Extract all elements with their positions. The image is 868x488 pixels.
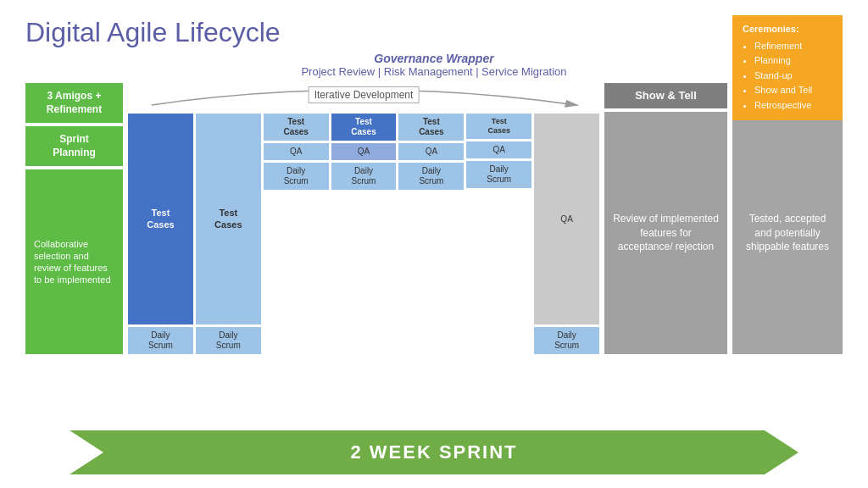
ceremonies-title: Ceremonies: — [743, 22, 832, 37]
daily-cell-2: DailyScrum — [196, 327, 261, 354]
ceremony-item-3: Stand-up — [754, 69, 832, 84]
daily-cell-5: DailyScrum — [398, 163, 464, 190]
show-tell-body: Review of implemented features for accep… — [604, 112, 727, 354]
daily-cell-4: DailyScrum — [331, 163, 397, 190]
governance-wrapper: Governance Wrapper Project Review | Risk… — [25, 52, 843, 78]
tc-cell-5: TestCases — [398, 114, 464, 141]
left-column: 3 Amigos + Refinement Sprint Planning Co… — [25, 83, 123, 354]
show-tell-header: Show & Tell — [604, 83, 727, 108]
sprint-planning-box: Sprint Planning — [25, 126, 123, 166]
qa-cell-6: QA — [466, 141, 531, 158]
sprint-col-1: TestCases DailyScrum — [128, 114, 193, 354]
tc-cell-6: TestCases — [466, 114, 531, 139]
retrospective-body: Tested, accepted and potentially shippab… — [732, 112, 843, 354]
tc-cell-3: TestCases — [264, 114, 329, 141]
daily-cell-3: DailyScrum — [264, 163, 329, 190]
daily-cell-6: DailyScrum — [466, 161, 531, 188]
center-area: Iterative Development TestCases DailyScr… — [128, 83, 599, 354]
iterative-dev-container: Iterative Development — [128, 83, 599, 107]
tc-cell-1: TestCases — [128, 114, 193, 324]
page-title: Digital Agile Lifecycle — [25, 17, 843, 48]
tc-cell-2: TestCases — [196, 114, 261, 324]
qa-cell-4: QA — [331, 143, 397, 160]
iterative-dev-label: Iterative Development — [309, 86, 420, 103]
sprint-arrow-container: 2 WEEK SPRINT — [0, 430, 868, 474]
sprint-col-6: TestCases QA DailyScrum — [466, 114, 531, 354]
governance-title: Governance Wrapper — [25, 52, 843, 65]
sprint-col-2: TestCases DailyScrum — [196, 114, 261, 354]
qa-cell-7: QA — [534, 114, 599, 324]
ceremony-item-1: Refinement — [754, 39, 832, 54]
retrospective-column: Retrospective Tested, accepted and poten… — [732, 83, 843, 354]
collaborative-box: Collaborative selection and review of fe… — [25, 169, 123, 354]
ceremony-item-4: Show and Tell — [754, 83, 832, 98]
sprint-col-4: TestCases QA DailyScrum — [331, 114, 397, 354]
governance-subtitle: Project Review | Risk Management | Servi… — [25, 65, 843, 78]
sprint-col-3: TestCases QA DailyScrum — [264, 114, 329, 354]
ceremonies-list: Refinement Planning Stand-up Show and Te… — [743, 39, 832, 114]
ceremony-item-2: Planning — [754, 53, 832, 69]
daily-cell-7: DailyScrum — [534, 327, 599, 354]
sprint-col-7: QA DailyScrum — [534, 114, 599, 354]
ceremony-item-5: Retrospective — [754, 98, 832, 114]
amigos-box: 3 Amigos + Refinement — [25, 83, 123, 123]
show-tell-column: Show & Tell Review of implemented featur… — [604, 83, 727, 354]
sprint-label: 2 WEEK SPRINT — [350, 441, 517, 463]
sprint-col-5: TestCases QA DailyScrum — [398, 114, 464, 354]
qa-cell-5: QA — [398, 143, 464, 160]
main-content: 3 Amigos + Refinement Sprint Planning Co… — [25, 83, 843, 354]
daily-cell-1: DailyScrum — [128, 327, 193, 354]
tc-cell-4: TestCases — [331, 114, 397, 141]
qa-cell-3: QA — [264, 143, 329, 160]
ceremonies-box: Ceremonies: Refinement Planning Stand-up… — [732, 15, 843, 120]
sprint-arrow: 2 WEEK SPRINT — [70, 430, 798, 474]
sprint-grid: TestCases DailyScrum TestCases DailyScru… — [128, 114, 599, 354]
slide: Digital Agile Lifecycle Ceremonies: Refi… — [0, 0, 868, 488]
